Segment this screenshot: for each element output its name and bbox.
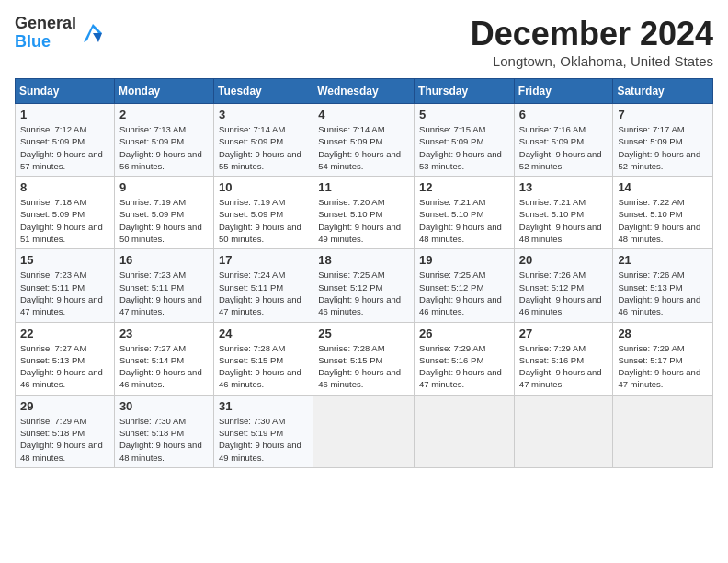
month-title: December 2024 (471, 15, 713, 53)
day-number: 12 (419, 180, 509, 194)
day-number: 29 (20, 399, 109, 413)
day-info: Sunrise: 7:28 AMSunset: 5:15 PMDaylight:… (318, 343, 401, 390)
day-number: 28 (618, 327, 708, 340)
day-number: 4 (318, 108, 409, 121)
calendar-cell: 8Sunrise: 7:18 AMSunset: 5:09 PMDaylight… (16, 177, 115, 249)
header-friday: Friday (514, 79, 613, 104)
day-number: 25 (318, 327, 409, 340)
week-row-3: 22Sunrise: 7:27 AMSunset: 5:13 PMDayligh… (16, 322, 713, 395)
day-info: Sunrise: 7:13 AMSunset: 5:09 PMDaylight:… (119, 124, 202, 171)
day-number: 2 (119, 108, 209, 121)
day-info: Sunrise: 7:25 AMSunset: 5:12 PMDaylight:… (419, 270, 502, 316)
day-number: 22 (20, 327, 109, 340)
day-info: Sunrise: 7:27 AMSunset: 5:14 PMDaylight:… (119, 343, 202, 390)
calendar-table: SundayMondayTuesdayWednesdayThursdayFrid… (15, 78, 713, 468)
calendar-cell: 19Sunrise: 7:25 AMSunset: 5:12 PMDayligh… (415, 249, 515, 322)
calendar-cell: 18Sunrise: 7:25 AMSunset: 5:12 PMDayligh… (313, 249, 415, 322)
calendar-cell: 29Sunrise: 7:29 AMSunset: 5:18 PMDayligh… (16, 395, 115, 467)
calendar-cell: 26Sunrise: 7:29 AMSunset: 5:16 PMDayligh… (415, 322, 515, 395)
day-number: 24 (219, 327, 308, 340)
day-number: 10 (219, 180, 308, 194)
calendar-cell: 31Sunrise: 7:30 AMSunset: 5:19 PMDayligh… (213, 395, 313, 467)
header-tuesday: Tuesday (213, 79, 313, 104)
calendar-cell: 11Sunrise: 7:20 AMSunset: 5:10 PMDayligh… (313, 177, 415, 249)
calendar-cell: 6Sunrise: 7:16 AMSunset: 5:09 PMDaylight… (514, 104, 613, 177)
day-number: 30 (119, 399, 209, 413)
day-number: 8 (20, 180, 109, 194)
calendar-cell: 7Sunrise: 7:17 AMSunset: 5:09 PMDaylight… (613, 104, 713, 177)
day-number: 16 (119, 253, 209, 267)
day-number: 20 (519, 253, 609, 267)
logo: General Blue (15, 15, 106, 52)
day-number: 31 (219, 399, 308, 413)
day-info: Sunrise: 7:17 AMSunset: 5:09 PMDaylight:… (618, 124, 700, 171)
day-info: Sunrise: 7:23 AMSunset: 5:11 PMDaylight:… (20, 270, 103, 316)
day-number: 15 (20, 253, 109, 267)
day-number: 9 (119, 180, 209, 194)
calendar-cell: 25Sunrise: 7:28 AMSunset: 5:15 PMDayligh… (313, 322, 415, 395)
calendar-cell: 27Sunrise: 7:29 AMSunset: 5:16 PMDayligh… (514, 322, 613, 395)
day-info: Sunrise: 7:30 AMSunset: 5:19 PMDaylight:… (219, 416, 301, 463)
day-number: 19 (419, 253, 509, 267)
day-number: 7 (618, 108, 708, 121)
day-number: 26 (419, 327, 509, 340)
week-row-2: 15Sunrise: 7:23 AMSunset: 5:11 PMDayligh… (16, 249, 713, 322)
week-row-1: 8Sunrise: 7:18 AMSunset: 5:09 PMDaylight… (16, 177, 713, 249)
day-info: Sunrise: 7:22 AMSunset: 5:10 PMDaylight:… (618, 197, 700, 244)
day-number: 13 (519, 180, 609, 194)
header-saturday: Saturday (613, 79, 713, 104)
calendar-cell: 3Sunrise: 7:14 AMSunset: 5:09 PMDaylight… (213, 104, 313, 177)
day-number: 3 (219, 108, 308, 121)
calendar-cell: 10Sunrise: 7:19 AMSunset: 5:09 PMDayligh… (213, 177, 313, 249)
day-number: 18 (318, 253, 409, 267)
calendar-cell: 15Sunrise: 7:23 AMSunset: 5:11 PMDayligh… (16, 249, 115, 322)
calendar-cell: 9Sunrise: 7:19 AMSunset: 5:09 PMDaylight… (114, 177, 213, 249)
calendar-cell: 1Sunrise: 7:12 AMSunset: 5:09 PMDaylight… (16, 104, 115, 177)
day-number: 17 (219, 253, 308, 267)
calendar-cell: 12Sunrise: 7:21 AMSunset: 5:10 PMDayligh… (415, 177, 515, 249)
day-info: Sunrise: 7:30 AMSunset: 5:18 PMDaylight:… (119, 416, 202, 463)
day-info: Sunrise: 7:26 AMSunset: 5:13 PMDaylight:… (618, 270, 700, 316)
calendar-cell (415, 395, 515, 467)
calendar-cell (514, 395, 613, 467)
calendar-cell: 17Sunrise: 7:24 AMSunset: 5:11 PMDayligh… (213, 249, 313, 322)
logo-general: General (15, 15, 76, 33)
calendar-cell: 4Sunrise: 7:14 AMSunset: 5:09 PMDaylight… (313, 104, 415, 177)
calendar-cell: 22Sunrise: 7:27 AMSunset: 5:13 PMDayligh… (16, 322, 115, 395)
title-block: December 2024 Longtown, Oklahoma, United… (471, 15, 713, 69)
day-number: 14 (618, 180, 708, 194)
calendar-cell: 30Sunrise: 7:30 AMSunset: 5:18 PMDayligh… (114, 395, 213, 467)
day-info: Sunrise: 7:14 AMSunset: 5:09 PMDaylight:… (318, 124, 401, 171)
calendar-cell: 23Sunrise: 7:27 AMSunset: 5:14 PMDayligh… (114, 322, 213, 395)
day-number: 23 (119, 327, 209, 340)
day-info: Sunrise: 7:16 AMSunset: 5:09 PMDaylight:… (519, 124, 602, 171)
logo-blue: Blue (15, 33, 76, 52)
page-header: General Blue December 2024 Longtown, Okl… (15, 15, 713, 69)
day-info: Sunrise: 7:15 AMSunset: 5:09 PMDaylight:… (419, 124, 502, 171)
week-row-4: 29Sunrise: 7:29 AMSunset: 5:18 PMDayligh… (16, 395, 713, 467)
calendar-cell: 24Sunrise: 7:28 AMSunset: 5:15 PMDayligh… (213, 322, 313, 395)
calendar-header-row: SundayMondayTuesdayWednesdayThursdayFrid… (16, 79, 713, 104)
day-info: Sunrise: 7:21 AMSunset: 5:10 PMDaylight:… (519, 197, 602, 244)
calendar-cell: 20Sunrise: 7:26 AMSunset: 5:12 PMDayligh… (514, 249, 613, 322)
header-thursday: Thursday (415, 79, 515, 104)
day-info: Sunrise: 7:25 AMSunset: 5:12 PMDaylight:… (318, 270, 401, 316)
calendar-cell: 2Sunrise: 7:13 AMSunset: 5:09 PMDaylight… (114, 104, 213, 177)
day-number: 1 (20, 108, 109, 121)
day-info: Sunrise: 7:24 AMSunset: 5:11 PMDaylight:… (219, 270, 301, 316)
calendar-cell (613, 395, 713, 467)
day-info: Sunrise: 7:29 AMSunset: 5:16 PMDaylight:… (519, 343, 602, 390)
day-info: Sunrise: 7:29 AMSunset: 5:17 PMDaylight:… (618, 343, 700, 390)
day-info: Sunrise: 7:21 AMSunset: 5:10 PMDaylight:… (419, 197, 502, 244)
calendar-cell: 16Sunrise: 7:23 AMSunset: 5:11 PMDayligh… (114, 249, 213, 322)
calendar-cell: 21Sunrise: 7:26 AMSunset: 5:13 PMDayligh… (613, 249, 713, 322)
header-monday: Monday (114, 79, 213, 104)
location: Longtown, Oklahoma, United States (471, 53, 713, 69)
day-info: Sunrise: 7:26 AMSunset: 5:12 PMDaylight:… (519, 270, 602, 316)
day-info: Sunrise: 7:18 AMSunset: 5:09 PMDaylight:… (20, 197, 103, 244)
week-row-0: 1Sunrise: 7:12 AMSunset: 5:09 PMDaylight… (16, 104, 713, 177)
calendar-cell: 5Sunrise: 7:15 AMSunset: 5:09 PMDaylight… (415, 104, 515, 177)
day-info: Sunrise: 7:19 AMSunset: 5:09 PMDaylight:… (119, 197, 202, 244)
day-info: Sunrise: 7:19 AMSunset: 5:09 PMDaylight:… (219, 197, 301, 244)
day-number: 6 (519, 108, 609, 121)
